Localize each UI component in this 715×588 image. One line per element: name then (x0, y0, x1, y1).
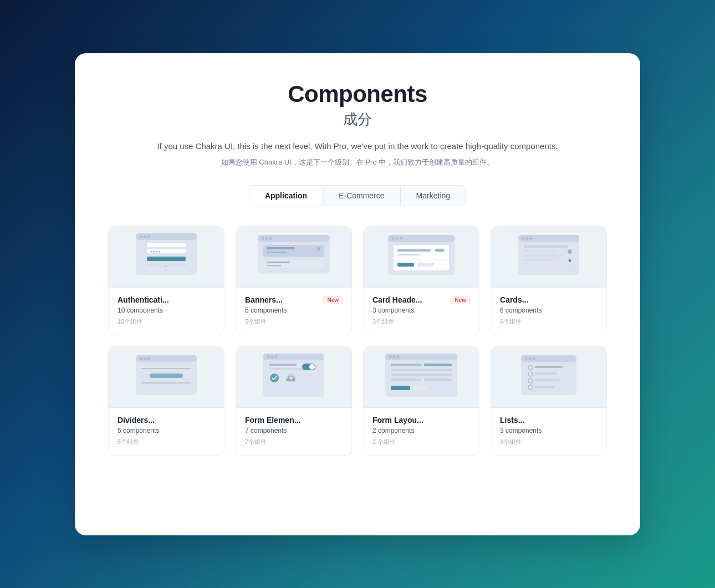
svg-rect-29 (267, 265, 281, 267)
svg-point-33 (396, 237, 399, 239)
svg-point-90 (525, 357, 528, 360)
card-body-card-header: Card Heade... New 3 components 3个组件 (364, 288, 479, 335)
svg-point-10 (159, 251, 161, 253)
card-body-dividers: Dividers... 5 components 5个组件 (109, 408, 224, 455)
svg-rect-28 (267, 262, 289, 263)
tab-marketing[interactable]: Marketing (401, 186, 466, 206)
card-count-form-elements: 7 components (245, 427, 343, 434)
card-title-lists: Lists... (500, 416, 524, 425)
card-form-elements[interactable]: Form Elemen... 7 components 7个组件 (236, 346, 352, 456)
svg-point-44 (522, 237, 525, 239)
svg-rect-96 (535, 372, 557, 375)
card-count-form-layout: 2 components (372, 427, 470, 434)
badge-new-card-header: New (451, 296, 470, 304)
svg-rect-5 (147, 243, 186, 247)
main-card: Components 成分 If you use Chakra UI, this… (75, 53, 640, 535)
tab-ecommerce[interactable]: E-Commerce (323, 186, 400, 206)
card-banners[interactable]: Banners... New 5 components 5个组件 (236, 226, 352, 335)
card-title-card-header: Card Heade... (372, 295, 422, 304)
svg-rect-98 (535, 379, 560, 381)
svg-rect-11 (147, 257, 186, 261)
svg-rect-82 (391, 369, 452, 371)
card-title-banners: Banners... (245, 295, 283, 304)
svg-rect-22 (263, 245, 324, 257)
svg-rect-87 (413, 386, 427, 390)
badge-new-banners: New (323, 296, 343, 304)
svg-rect-86 (391, 386, 410, 390)
card-preview-auth: or (109, 227, 224, 288)
card-count-zh-lists: 3个组件 (500, 438, 597, 446)
svg-rect-24 (267, 252, 287, 253)
card-preview-card-header (364, 227, 479, 288)
svg-rect-18 (258, 235, 330, 242)
card-count-cards: 6 components (500, 306, 597, 314)
card-preview-dividers (109, 347, 224, 408)
card-lists[interactable]: Lists... 3 components 3个组件 (491, 346, 607, 456)
card-count-zh-form-layout: 2 个组件 (372, 438, 470, 446)
card-cards[interactable]: Cards... 6 components 6个组件 (491, 226, 607, 335)
card-body-form-layout: Form Layou... 2 components 2 个组件 (364, 408, 479, 455)
svg-rect-60 (150, 374, 183, 378)
svg-point-72 (270, 374, 279, 382)
svg-rect-48 (524, 250, 557, 252)
page-title-zh: 成分 (108, 110, 607, 129)
svg-point-21 (269, 237, 272, 239)
svg-rect-37 (397, 254, 420, 255)
svg-rect-83 (391, 374, 452, 376)
card-count-card-header: 3 components (372, 306, 470, 314)
tab-application[interactable]: Application (249, 186, 323, 206)
card-title-cards: Cards... (500, 295, 528, 304)
card-count-dividers: 5 components (118, 427, 215, 434)
card-title-form-elements: Form Elemen... (245, 416, 300, 425)
svg-point-58 (144, 357, 146, 360)
card-auth[interactable]: or Authenticati... 10 components 10个组件 (108, 226, 224, 335)
svg-rect-27 (263, 259, 324, 268)
svg-rect-100 (535, 386, 554, 388)
card-dividers[interactable]: Dividers... 5 components 5个组件 (108, 346, 224, 456)
svg-point-53 (569, 259, 571, 262)
tab-group: Application E-Commerce Marketing (249, 185, 466, 206)
svg-point-66 (271, 356, 274, 359)
svg-point-65 (267, 356, 270, 359)
card-preview-banners (236, 227, 351, 288)
cards-grid-row1: or Authenticati... 10 components 10个组件 (108, 226, 607, 335)
svg-point-45 (526, 237, 529, 239)
svg-point-57 (140, 357, 142, 360)
card-card-header[interactable]: Card Heade... New 3 components 3个组件 (363, 226, 479, 335)
svg-point-67 (275, 356, 278, 359)
svg-point-7 (151, 251, 152, 253)
svg-point-34 (400, 237, 402, 239)
tabs-container: Application E-Commerce Marketing (108, 185, 607, 206)
card-count-auth: 10 components (118, 306, 215, 314)
card-count-zh-card-header: 3个组件 (372, 318, 470, 326)
svg-rect-36 (397, 249, 431, 252)
card-preview-cards (491, 227, 606, 288)
svg-rect-49 (524, 254, 563, 257)
svg-point-3 (144, 236, 146, 238)
svg-rect-85 (424, 379, 452, 381)
svg-rect-15 (147, 268, 164, 272)
svg-point-78 (393, 356, 396, 359)
page-title: Components (108, 81, 607, 108)
card-body-form-elements: Form Elemen... 7 components 7个组件 (236, 408, 351, 455)
card-count-zh-cards: 6个组件 (500, 318, 597, 326)
card-form-layout[interactable]: Form Layou... 2 components 2 个组件 (363, 346, 479, 456)
card-preview-form-layout (364, 347, 479, 408)
svg-rect-16 (169, 268, 186, 272)
svg-point-52 (568, 249, 572, 254)
svg-point-4 (147, 236, 150, 238)
card-preview-lists (491, 347, 606, 408)
svg-rect-41 (435, 249, 444, 252)
svg-point-92 (533, 357, 535, 360)
header-description-zh: 如果您使用 Chakra UI，这是下一个级别。在 Pro 中，我们致力于创建高… (108, 156, 607, 168)
svg-point-71 (309, 364, 315, 370)
cards-grid-row2: Dividers... 5 components 5个组件 (108, 346, 607, 456)
svg-rect-81 (424, 364, 452, 366)
svg-text:or: or (165, 264, 168, 267)
card-count-lists: 3 components (500, 427, 597, 434)
svg-rect-23 (267, 247, 295, 249)
svg-rect-80 (391, 364, 421, 366)
svg-rect-35 (394, 245, 449, 270)
svg-rect-47 (524, 245, 568, 248)
svg-point-91 (529, 357, 532, 360)
